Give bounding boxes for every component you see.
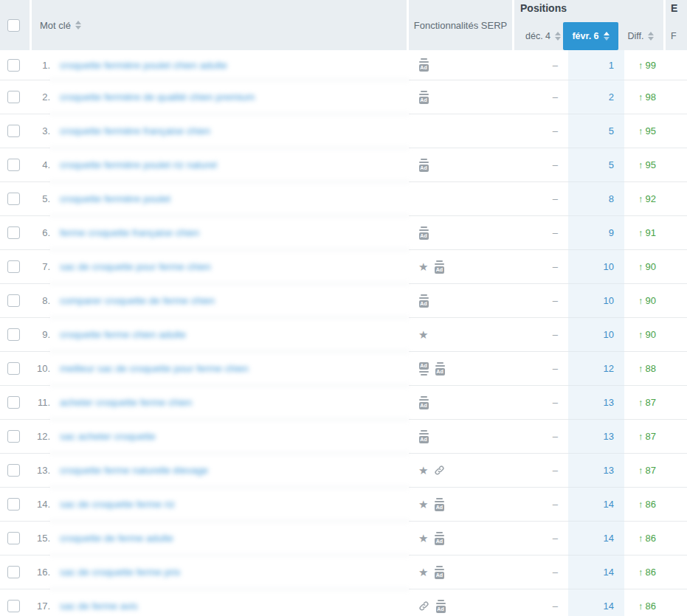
row-checkbox-cell [0,454,30,488]
column-header-fevr-6-active[interactable]: févr. 6 [563,22,618,50]
position-fevr-6-value[interactable]: 14 [604,567,614,578]
row-checkbox[interactable] [7,396,20,409]
position-fevr-6-value[interactable]: 12 [604,363,614,374]
row-number: 12. [30,420,50,454]
position-fevr-6-value[interactable]: 13 [604,431,614,442]
serp-features-cell: Ad [409,216,517,250]
row-checkbox[interactable] [7,159,20,171]
serp-features-cell: Ad [409,284,517,318]
row-checkbox[interactable] [7,498,20,511]
keyword-blur-redaction: sac de croquette ferme riz [50,488,409,522]
row-checkbox[interactable] [7,294,20,307]
position-fevr-6-value[interactable]: 1 [609,60,614,71]
keyword-link[interactable]: acheter croquette ferme chien [60,397,192,408]
diff-up-arrow-icon: ↑ [638,567,643,578]
row-checkbox-cell [0,352,30,386]
diff-up-arrow-icon: ↑ [638,295,643,306]
keyword-link[interactable]: croquette ferme naturelle élevage [60,465,208,476]
keyword-link[interactable]: croquette fermière poulet [60,193,170,204]
sort-icon[interactable] [555,32,561,41]
keyword-link[interactable]: sac de croquette pour ferme chien [60,261,211,272]
column-header-diff[interactable]: Diff. [618,22,663,50]
position-fevr-6-cell: 10 [568,318,624,352]
keyword-cell: sac de ferme avis [50,589,409,616]
diff-value: 90 [646,261,656,272]
column-header-dec-4[interactable]: déc. 4 [514,22,563,50]
keyword-blur-redaction: croquette fermière poulet [50,182,409,216]
keyword-link[interactable]: croquette ferme chien adulte [60,329,186,340]
keyword-link[interactable]: croquette fermière poulet riz naturel [60,159,217,170]
row-checkbox-cell [0,284,30,318]
column-header-keyword[interactable]: Mot clé [30,0,407,50]
row-checkbox-cell [0,148,30,182]
row-checkbox[interactable] [7,600,20,612]
ad-top-icon: Ad [434,498,444,511]
position-fevr-6-value[interactable]: 9 [609,227,614,238]
position-fevr-6-value[interactable]: 14 [604,533,614,544]
keyword-link[interactable]: comparer croquette de ferme chien [60,295,215,306]
keyword-link[interactable]: croquette fermière française chien [60,125,210,136]
position-fevr-6-value[interactable]: 2 [609,91,614,103]
keyword-link[interactable]: croquette de ferme adulte [60,533,173,544]
keyword-cell: croquette fermière poulet chien adulte [50,50,409,80]
position-fevr-6-value[interactable]: 13 [604,397,614,408]
position-fevr-6-value[interactable]: 10 [604,261,614,272]
serp-features-cell: Ad [409,420,517,454]
sort-icon[interactable] [75,21,81,30]
keyword-cell: comparer croquette de ferme chien [50,284,409,318]
keyword-link[interactable]: sac acheter croquette [60,431,156,442]
row-checkbox[interactable] [7,226,20,239]
row-checkbox[interactable] [7,362,20,375]
position-fevr-6-value[interactable]: 5 [609,159,614,170]
ad-top-icon: Ad [418,159,429,172]
row-checkbox[interactable] [7,91,20,103]
sort-icon[interactable] [648,32,654,41]
diff-value: 95 [646,125,656,136]
position-fevr-6-value[interactable]: 5 [609,125,614,136]
row-checkbox[interactable] [7,532,20,544]
row-checkbox[interactable] [7,125,20,137]
reviews-star-icon: ★ [418,465,428,476]
serp-features-cell: ★Ad [409,488,517,522]
sort-icon[interactable] [604,32,610,41]
position-fevr-6-value[interactable]: 14 [604,499,614,510]
keyword-link[interactable]: croquette fermière de qualité chien prem… [60,91,255,103]
row-checkbox[interactable] [7,59,20,72]
keyword-blur-redaction: croquette fermière poulet riz naturel [50,148,409,182]
table-row: 3.croquette fermière française chien–5↑9… [0,114,687,148]
ad-top-icon: Ad [418,396,429,409]
position-fevr-6-value[interactable]: 13 [604,465,614,476]
keyword-link[interactable]: meilleur sac de croquette pour ferme chi… [60,363,249,374]
serp-features-cell: ★ [409,318,517,352]
position-fevr-6-value[interactable]: 8 [609,193,614,204]
clipped-column-cell [670,420,687,454]
position-fevr-6-value[interactable]: 14 [604,601,614,612]
row-number: 17. [30,589,50,616]
keyword-link[interactable]: sac de ferme avis [60,601,138,612]
keyword-cell: acheter croquette ferme chien [50,386,409,420]
position-fevr-6-cell: 1 [568,50,624,80]
serp-features-cell: ★Ad [409,522,517,556]
row-checkbox[interactable] [7,464,20,477]
ad-top-icon: Ad [418,58,429,72]
row-number: 9. [30,318,50,352]
diff-cell: ↑90 [624,250,670,284]
position-dec-4-value: – [517,148,568,182]
row-number: 5. [30,182,50,216]
keyword-link[interactable]: sac de croquette ferme riz [60,499,175,510]
keyword-link[interactable]: ferme croquette française chien [60,227,199,238]
row-checkbox[interactable] [7,566,20,578]
row-checkbox[interactable] [7,193,20,205]
keyword-link[interactable]: sac de croquette ferme prix [60,567,181,578]
position-fevr-6-value[interactable]: 10 [604,295,614,306]
position-dec-4-value: – [517,556,568,589]
keyword-link[interactable]: croquette fermière poulet chien adulte [60,60,227,71]
row-checkbox[interactable] [7,430,20,443]
diff-cell: ↑92 [624,182,670,216]
select-all-checkbox[interactable] [7,19,20,32]
clipped-column-cell [670,80,687,114]
row-checkbox[interactable] [7,260,20,273]
row-checkbox[interactable] [7,328,20,341]
position-fevr-6-cell: 14 [568,589,624,616]
position-fevr-6-value[interactable]: 10 [604,329,614,340]
